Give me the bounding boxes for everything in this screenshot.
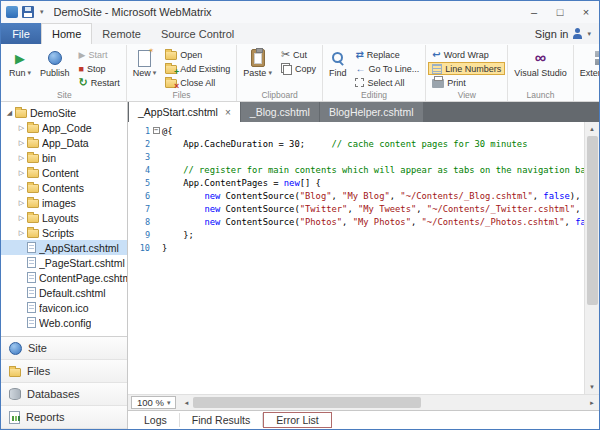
close-tab-icon[interactable]: × (225, 107, 231, 118)
titlebar: ▾ DemoSite - Microsoft WebMatrix – □ × (1, 1, 599, 23)
quick-access-dropdown-icon[interactable]: ▾ (40, 8, 44, 16)
publish-button[interactable]: Publish (36, 45, 74, 90)
tree-item-contentpage-cshtml[interactable]: ContentPage.cshtml (1, 270, 127, 285)
chevron-collapsed-icon[interactable]: ▷ (16, 229, 27, 237)
tree-item-app-data[interactable]: ▷App_Data (1, 135, 127, 150)
code-line: 3 (128, 150, 584, 163)
chevron-collapsed-icon[interactable]: ▷ (16, 199, 27, 207)
close-all-label: Close All (180, 78, 215, 88)
minimize-button[interactable]: – (521, 1, 547, 23)
tree-item-content[interactable]: ▷Content (1, 165, 127, 180)
chevron-collapsed-icon[interactable]: ▷ (16, 124, 27, 132)
workspace-files-button[interactable]: Files (1, 360, 127, 383)
code-text: } (162, 243, 167, 253)
scroll-down-icon[interactable]: ▼ (585, 380, 599, 394)
chevron-collapsed-icon[interactable]: ▷ (16, 169, 27, 177)
panel-tab-logs[interactable]: Logs (132, 413, 180, 427)
zoom-control[interactable]: 100 % ▾ (131, 396, 176, 409)
add-existing-icon (165, 65, 177, 74)
visual-studio-button[interactable]: ∞ Visual Studio (510, 45, 570, 90)
tree-item-pagestart-cshtml[interactable]: _PageStart.cshtml (1, 255, 127, 270)
line-numbers-button[interactable]: Line Numbers (428, 62, 505, 75)
chevron-collapsed-icon[interactable]: ▷ (16, 139, 27, 147)
code-token: , (332, 191, 343, 201)
code-token: "Blog" (300, 191, 332, 201)
editor-tabstrip: _AppStart.cshtml×_Blog.cshtmlBlogHelper.… (128, 102, 599, 122)
ribbon: ▶ Run▾ Publish ▶ Start ■ Stop (1, 44, 599, 102)
tree-item-bin[interactable]: ▷bin (1, 150, 127, 165)
tree-item-layouts[interactable]: ▷Layouts (1, 210, 127, 225)
select-all-button[interactable]: Select All (351, 76, 423, 89)
goto-line-button[interactable]: ← Go To Line... (351, 62, 423, 75)
tree-item-images[interactable]: ▷images (1, 195, 127, 210)
panel-tab-find-results[interactable]: Find Results (180, 413, 263, 427)
stop-button[interactable]: ■ Stop (75, 62, 124, 75)
vertical-scrollbar[interactable]: ▲ ▼ (584, 122, 599, 394)
find-button[interactable]: Find (325, 45, 351, 90)
code-token: , (347, 204, 358, 214)
workspace-reports-button[interactable]: Reports (1, 406, 127, 429)
print-button[interactable]: Print (428, 76, 505, 89)
tree-item-appstart-cshtml[interactable]: _AppStart.cshtml (1, 240, 127, 255)
ribbon-group-view: ↩ Word Wrap Line Numbers Print View (426, 45, 508, 101)
tree-item-default-cshtml[interactable]: Default.cshtml (1, 285, 127, 300)
open-button[interactable]: Open (161, 48, 234, 61)
scroll-right-icon[interactable]: ► (585, 396, 599, 410)
editor-tab-bloghelper-cshtml[interactable]: BlogHelper.cshtml (320, 102, 423, 122)
folder-icon (27, 229, 39, 238)
run-button[interactable]: ▶ Run▾ (5, 45, 35, 90)
code-token: , (342, 217, 353, 227)
save-icon[interactable] (22, 6, 34, 18)
scroll-up-icon[interactable]: ▲ (585, 122, 599, 136)
code-fold-icon[interactable]: − (153, 127, 160, 134)
tab-file[interactable]: File (1, 23, 41, 44)
code-token (162, 217, 204, 227)
horizontal-scroll-thumb[interactable] (193, 397, 420, 408)
word-wrap-button[interactable]: ↩ Word Wrap (428, 48, 505, 61)
sign-in-button[interactable]: Sign in ▾ (535, 23, 599, 44)
close-all-button[interactable]: Close All (161, 76, 234, 89)
chevron-collapsed-icon[interactable]: ▷ (16, 154, 27, 162)
tab-source-control[interactable]: Source Control (151, 23, 244, 44)
chevron-collapsed-icon[interactable]: ▷ (16, 214, 27, 222)
chevron-collapsed-icon[interactable]: ▷ (16, 184, 27, 192)
start-button[interactable]: ▶ Start (75, 48, 124, 61)
code-text: // register for main contents which will… (162, 165, 584, 175)
tree-item-contents[interactable]: ▷Contents (1, 180, 127, 195)
replace-button[interactable]: ⇄ Replace (351, 48, 423, 61)
cut-button[interactable]: ✂ Cut (277, 48, 320, 61)
new-button[interactable]: New▾ (129, 45, 161, 90)
horizontal-scrollbar[interactable]: ◄ ► (179, 395, 599, 410)
editor-tab-blog-cshtml[interactable]: _Blog.cshtml (241, 102, 319, 122)
tab-home[interactable]: Home (41, 23, 92, 44)
chevron-expanded-icon[interactable]: ◢ (4, 109, 15, 117)
horizontal-scroll-track[interactable] (193, 395, 585, 410)
folder-icon (27, 124, 39, 133)
code-text: new ContentSource("Photos", "My Photos",… (162, 217, 584, 227)
add-existing-button[interactable]: Add Existing (161, 62, 234, 75)
vertical-scroll-thumb[interactable] (587, 136, 598, 305)
print-icon (432, 79, 444, 88)
workspace-site-button[interactable]: Site (1, 337, 127, 360)
paste-button[interactable]: Paste▾ (239, 45, 276, 90)
editor-tab-appstart-cshtml[interactable]: _AppStart.cshtml× (129, 102, 240, 122)
close-button[interactable]: × (573, 1, 599, 23)
maximize-button[interactable]: □ (547, 1, 573, 23)
user-icon (572, 28, 583, 39)
tree-item-app-code[interactable]: ▷App_Code (1, 120, 127, 135)
workspace-databases-button[interactable]: Databases (1, 383, 127, 406)
scroll-left-icon[interactable]: ◄ (179, 396, 193, 410)
code-editor[interactable]: 1−@{2 App.CacheDuration = 30; // cache c… (128, 122, 584, 394)
tree-item-scripts[interactable]: ▷Scripts (1, 225, 127, 240)
tree-item-web-config[interactable]: Web.config (1, 315, 127, 330)
copy-button[interactable]: Copy (277, 62, 320, 75)
panel-tab-error-list[interactable]: Error List (263, 412, 332, 428)
extensions-button[interactable]: Extensions (576, 45, 599, 90)
tree-item-demosite[interactable]: ◢DemoSite (1, 105, 127, 120)
tree-item-favicon-ico[interactable]: favicon.ico (1, 300, 127, 315)
restart-button[interactable]: ↻ Restart (75, 76, 124, 89)
open-label: Open (180, 50, 202, 60)
workspace-label: Site (28, 342, 47, 354)
tab-remote[interactable]: Remote (92, 23, 151, 44)
tree-item-label: Layouts (42, 212, 79, 224)
